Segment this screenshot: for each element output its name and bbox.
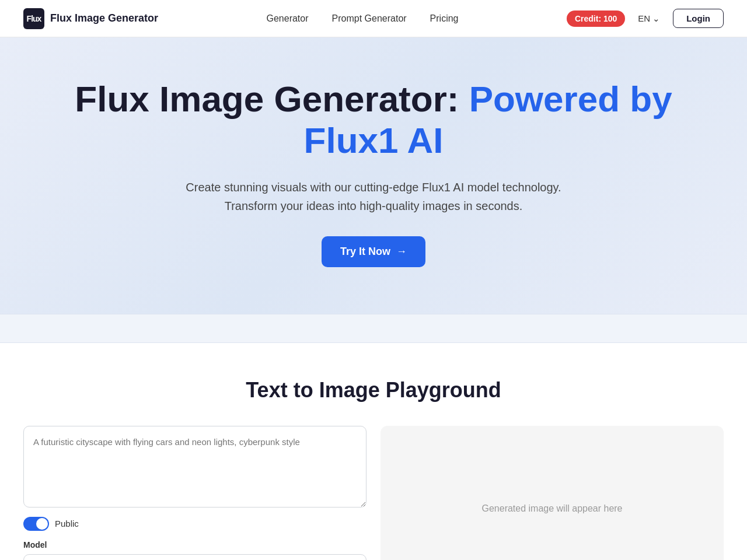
playground-grid: Public Model ⚡ FLUX.1 [schnell] High-qua…: [23, 426, 724, 560]
toggle-row: Public: [23, 517, 366, 531]
hero-subtitle: Create stunning visuals with our cutting…: [175, 178, 572, 215]
public-toggle[interactable]: [23, 517, 49, 531]
left-panel: Public Model ⚡ FLUX.1 [schnell] High-qua…: [23, 426, 366, 560]
nav-prompt-generator-link[interactable]: Prompt Generator: [332, 13, 407, 24]
chevron-down-icon: ⌄: [652, 13, 660, 24]
credit-badge: Credit: 100: [567, 10, 625, 27]
section-divider: [0, 314, 747, 343]
try-now-label: Try It Now: [340, 246, 390, 258]
arrow-icon: →: [396, 246, 407, 258]
nav-pricing-link[interactable]: Pricing: [430, 13, 459, 24]
model-label: Model: [23, 540, 366, 550]
navbar: Flux Flux Image Generator Generator Prom…: [0, 0, 747, 37]
hero-title: Flux Image Generator: Powered by Flux1 A…: [23, 78, 724, 162]
image-preview-panel: Generated image will appear here: [381, 426, 724, 560]
nav-links: Generator Prompt Generator Pricing: [267, 13, 459, 24]
language-selector[interactable]: EN ⌄: [632, 10, 666, 27]
model-section: Model ⚡ FLUX.1 [schnell] High-quality ou…: [23, 540, 366, 560]
nav-right: Credit: 100 EN ⌄ Login: [567, 9, 724, 28]
brand-logo[interactable]: Flux Flux Image Generator: [23, 8, 158, 29]
model-dropdown[interactable]: ⚡ FLUX.1 [schnell] High-quality output, …: [23, 554, 366, 560]
login-button[interactable]: Login: [673, 9, 724, 28]
playground-section: Text to Image Playground Public Model ⚡ …: [0, 343, 747, 560]
brand-name: Flux Image Generator: [50, 12, 158, 24]
playground-title: Text to Image Playground: [23, 378, 724, 402]
prompt-input[interactable]: [23, 426, 366, 508]
hero-section: Flux Image Generator: Powered by Flux1 A…: [0, 37, 747, 314]
language-label: EN: [638, 13, 650, 23]
hero-title-plain: Flux Image Generator:: [75, 79, 469, 119]
logo-icon: Flux: [23, 8, 44, 29]
toggle-label: Public: [55, 519, 79, 528]
image-placeholder-text: Generated image will appear here: [481, 503, 622, 514]
nav-generator-link[interactable]: Generator: [267, 13, 309, 24]
try-now-button[interactable]: Try It Now →: [322, 236, 425, 267]
